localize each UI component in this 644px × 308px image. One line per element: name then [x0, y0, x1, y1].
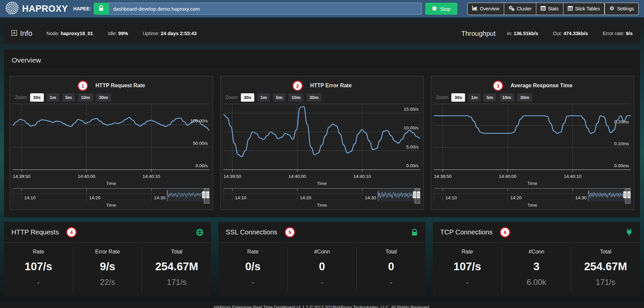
card-tcp-connections: TCP Connections6Rate107/s-#Conn36.00kTot… — [433, 222, 640, 296]
metric-column-total: Total254.67M171/s — [142, 247, 211, 292]
chart-title: HTTP Request Rate — [95, 83, 145, 89]
stop-button[interactable]: Stop — [425, 3, 458, 15]
zoom-option-5m[interactable]: 5m — [62, 93, 75, 102]
svg-text:Time: Time — [317, 181, 327, 186]
metric-column-rate: Rate107/s- — [4, 247, 73, 292]
zoom-option-30m[interactable]: 30m — [306, 93, 321, 102]
zoom-option-1m[interactable]: 1m — [257, 93, 270, 102]
metric-value: 107/s — [433, 260, 502, 273]
info-field: Node:haproxy18_01 — [47, 31, 93, 36]
settings-button[interactable]: Settings — [605, 3, 639, 15]
card-header: TCP Connections6 — [433, 222, 640, 243]
chart-navigator[interactable]: 14:1014:2014:30 — [223, 188, 420, 203]
chart-navigator[interactable]: 14:1014:2014:30 — [434, 188, 631, 203]
navigator-handle[interactable] — [627, 191, 631, 198]
series-line — [223, 106, 420, 157]
info-expander[interactable]: Info — [11, 29, 32, 38]
zoom-row: Zoom30s1m5m10m30m — [434, 92, 631, 104]
svg-text:14:40:10: 14:40:10 — [353, 174, 371, 179]
annotation-badge: 2 — [292, 81, 303, 91]
svg-text:14:30: 14:30 — [154, 195, 166, 200]
metric-value: 9/s — [73, 260, 142, 273]
svg-text:14:20: 14:20 — [300, 195, 311, 200]
metric-value: 0 — [357, 260, 426, 273]
zoom-option-5m[interactable]: 5m — [273, 93, 286, 102]
zoom-option-30s[interactable]: 30s — [30, 93, 44, 102]
metric-column-total: Total254.67M171/s — [571, 247, 640, 292]
zoom-option-1m[interactable]: 1m — [47, 93, 60, 102]
zoom-option-10m[interactable]: 10m — [78, 93, 93, 102]
metric-label: Total — [142, 249, 211, 255]
haproxy-logo-icon — [5, 1, 19, 16]
haproxy-brand: HAPROXY — [5, 1, 68, 16]
svg-text:0.00ms: 0.00ms — [614, 163, 629, 168]
dashboard-url-input[interactable] — [109, 3, 422, 15]
metric-column-rate: Rate0/s- — [218, 247, 287, 292]
stop-icon — [432, 6, 437, 12]
card-ssl-connections: SSL Connections5Rate0/s-#Conn0-Total0- — [218, 222, 426, 296]
annotation-badge: 1 — [78, 81, 88, 91]
svg-text:14:30: 14:30 — [575, 195, 587, 200]
field-label: In: — [507, 31, 512, 36]
chart-navigator[interactable]: 14:1014:2014:30 — [13, 188, 209, 203]
field-value: 99% — [118, 31, 128, 36]
svg-text:0.00/s: 0.00/s — [406, 163, 419, 168]
metric-subvalue: - — [433, 278, 502, 287]
field-label: Uptime: — [143, 31, 160, 36]
zoom-option-5m[interactable]: 5m — [483, 93, 496, 102]
zoom-option-1m[interactable]: 1m — [468, 93, 481, 102]
field-label: Error rate: — [603, 31, 625, 36]
svg-text:14:40:00: 14:40:00 — [78, 174, 95, 179]
svg-text:14:39:50: 14:39:50 — [434, 174, 452, 179]
nav-button-stick-tables[interactable]: Stick Tables — [563, 3, 605, 15]
nav-button-overview[interactable]: Overview — [467, 3, 504, 15]
navigator-handle[interactable] — [417, 191, 420, 198]
series-line — [13, 118, 209, 130]
navigator-handle[interactable] — [623, 191, 627, 198]
info-bar: Info Node:haproxy18_01Idle:99%Uptime:24 … — [4, 23, 640, 44]
zoom-row: Zoom30s1m5m10m30m — [13, 92, 210, 104]
zoom-option-30m[interactable]: 30m — [517, 93, 532, 102]
overview-heading: Overview — [10, 56, 634, 70]
zoom-option-30m[interactable]: 30m — [96, 93, 111, 102]
svg-text:14:10: 14:10 — [235, 195, 246, 200]
nav-button-label: Overview — [480, 6, 499, 11]
svg-text:10.00/s: 10.00/s — [403, 125, 419, 130]
ssl-lock-button[interactable] — [94, 3, 109, 15]
svg-text:14:30: 14:30 — [365, 195, 376, 200]
card-http-requests: HTTP Requests4Rate107/s-Error Rate9/s22/… — [4, 222, 211, 296]
nav-button-cluster[interactable]: Cluster — [504, 3, 536, 15]
svg-text:15.00/s: 15.00/s — [403, 107, 419, 112]
zoom-option-30s[interactable]: 30s — [241, 93, 255, 102]
svg-text:50.00/s: 50.00/s — [193, 141, 208, 146]
gear-icon — [609, 6, 615, 12]
footer: HAProxy Enterprise Real Time Dashboard v… — [0, 301, 644, 308]
svg-text:14:40:00: 14:40:00 — [499, 174, 517, 179]
navigator-handle[interactable] — [206, 191, 209, 198]
table-icon — [541, 6, 546, 12]
svg-text:Time: Time — [317, 203, 327, 208]
metric-value: 254.67M — [571, 260, 640, 273]
zoom-option-30s[interactable]: 30s — [451, 93, 465, 102]
nav-button-stats[interactable]: Stats — [536, 3, 563, 15]
metric-value: 107/s — [4, 260, 73, 273]
annotation-badge: 6 — [500, 227, 510, 237]
metric-subvalue: - — [218, 278, 287, 287]
info-field: Uptime:24 days 2:53:43 — [143, 31, 197, 36]
hapee-label: HAPEE: — [73, 6, 91, 11]
field-value: 24 days 2:53:43 — [161, 31, 197, 36]
metric-subvalue: 22/s — [73, 278, 142, 287]
zoom-option-10m[interactable]: 10m — [499, 93, 514, 102]
metric-subvalue: - — [4, 278, 73, 287]
zoom-option-10m[interactable]: 10m — [288, 93, 303, 102]
lock-icon — [98, 5, 104, 13]
stop-label: Stop — [440, 6, 451, 12]
metric-column--conn: #Conn0- — [287, 247, 357, 292]
metric-label: Error Rate — [73, 249, 142, 255]
zoom-label: Zoom — [15, 95, 27, 100]
svg-text:Time: Time — [106, 203, 116, 208]
navigator-handle[interactable] — [413, 191, 416, 198]
info-title-label: Info — [20, 29, 32, 38]
metric-subvalue: - — [357, 278, 426, 287]
navigator-handle[interactable] — [202, 191, 205, 198]
